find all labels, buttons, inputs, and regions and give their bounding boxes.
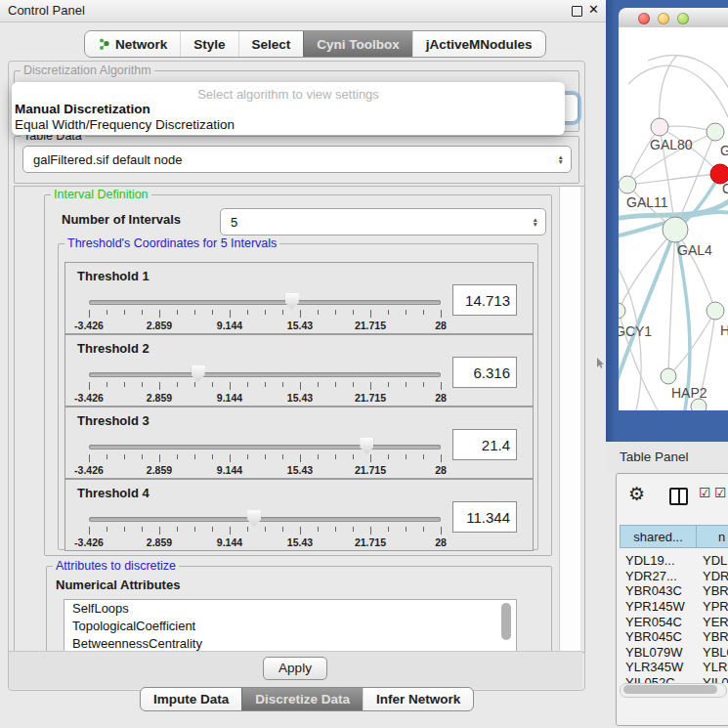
tick-label: 28: [419, 536, 462, 548]
network-node-g[interactable]: [707, 123, 724, 141]
table-row[interactable]: YER054CYER0: [620, 614, 728, 629]
slider-track[interactable]: [89, 300, 441, 305]
minor-tick: [423, 454, 424, 459]
network-node-gal4[interactable]: [663, 217, 688, 242]
minor-tick: [177, 527, 178, 532]
column-header-name[interactable]: n: [696, 525, 728, 548]
network-edge: [627, 127, 660, 185]
tick-label: -3.426: [67, 320, 110, 331]
scrollpane-scrollbar-track[interactable]: [559, 187, 580, 652]
tick-label: 28: [419, 392, 462, 404]
minor-tick: [353, 310, 354, 315]
table-hscrollbar-track[interactable]: [620, 683, 727, 698]
attribute-list-item[interactable]: SelfLoops: [64, 600, 516, 618]
table-row[interactable]: YIL052CYIL0: [620, 675, 728, 683]
threshold-value-field[interactable]: 21.4: [452, 429, 517, 460]
number-of-intervals-value: 5: [221, 215, 533, 230]
close-icon[interactable]: ✕: [588, 2, 599, 17]
minor-tick: [177, 454, 178, 459]
bottom-tab-infer-network[interactable]: Infer Network: [363, 688, 473, 710]
major-tick: [159, 382, 160, 390]
slider-thumb[interactable]: [192, 365, 205, 382]
mouse-cursor: [596, 358, 605, 369]
column-layout-icon[interactable]: [669, 488, 688, 505]
numerical-attributes-list[interactable]: SelfLoopsTopologicalCoefficientBetweenne…: [64, 599, 517, 653]
tick-label: 15.43: [278, 320, 321, 331]
slider-thumb[interactable]: [285, 293, 299, 310]
number-of-intervals-combobox[interactable]: 5 ▲▼: [220, 208, 546, 236]
list-scrollbar-thumb[interactable]: [501, 603, 511, 640]
minor-tick: [335, 310, 336, 315]
network-node-node[interactable]: [691, 399, 707, 410]
tick-label: 21.715: [349, 464, 392, 476]
cell-shared-name: YIL052C: [620, 675, 697, 683]
network-node-h[interactable]: [707, 302, 724, 320]
minimize-traffic-light-icon[interactable]: [658, 13, 669, 24]
tab-jactivemnodules[interactable]: jActiveMNodules: [412, 31, 545, 57]
slider-thumb[interactable]: [247, 510, 261, 527]
table-row[interactable]: YBL079WYBL0: [620, 645, 728, 661]
minor-tick: [107, 454, 107, 459]
table-row[interactable]: YDL19...YDL1: [620, 553, 728, 569]
tab-network[interactable]: Network: [85, 31, 180, 57]
minor-tick: [212, 310, 213, 315]
table-data-group: Table Data galFiltered.sif default node …: [14, 136, 579, 184]
minor-tick: [388, 310, 389, 315]
attribute-list-item[interactable]: TopologicalCoefficient: [64, 618, 516, 635]
tab-cyni-toolbox[interactable]: Cyni Toolbox: [303, 31, 412, 57]
network-node-hap2[interactable]: [661, 368, 676, 384]
table-row[interactable]: YLR345WYLR3: [620, 660, 728, 675]
float-window-icon[interactable]: [572, 6, 582, 17]
checkbox-icon[interactable]: ☑: [699, 485, 711, 500]
minor-tick: [388, 454, 389, 459]
major-tick: [300, 527, 301, 535]
cell-name: YBR0: [697, 629, 728, 644]
minor-tick: [335, 454, 336, 459]
table-panel-title: Table Panel: [620, 450, 689, 464]
network-window-frame: GAL80G.CGAL11GAL4GCY1HHAP2: [606, 0, 728, 442]
tab-style[interactable]: Style: [180, 31, 237, 57]
slider-track[interactable]: [89, 445, 441, 450]
threshold-value-field[interactable]: 14.713: [452, 284, 517, 316]
bottom-tab-impute-data[interactable]: Impute Data: [141, 688, 241, 710]
close-traffic-light-icon[interactable]: [638, 13, 650, 24]
tick-label: 28: [419, 320, 462, 331]
network-node-gal80[interactable]: [651, 118, 668, 136]
cell-shared-name: YBR043C: [620, 583, 697, 598]
threshold-value-field[interactable]: 11.344: [452, 501, 517, 533]
algorithm-option[interactable]: Manual Discretization: [15, 102, 568, 117]
minor-tick: [335, 527, 336, 532]
network-node-label: GCY1: [619, 323, 652, 339]
bottom-tab-discretize-data[interactable]: Discretize Data: [241, 688, 363, 710]
algorithm-option[interactable]: Equal Width/Frequency Discretization: [15, 117, 568, 133]
network-node-gcy1[interactable]: [619, 303, 625, 319]
table-row[interactable]: YBR043CYBR0: [620, 583, 728, 599]
slider-thumb[interactable]: [360, 438, 373, 454]
major-tick: [441, 527, 442, 535]
threshold-value-field[interactable]: 6.316: [452, 357, 517, 388]
apply-button[interactable]: Apply: [263, 657, 327, 680]
major-tick: [230, 454, 231, 462]
network-window-titlebar: [619, 8, 728, 28]
slider-track[interactable]: [89, 372, 441, 377]
network-node-gal11[interactable]: [619, 176, 636, 193]
network-canvas[interactable]: GAL80G.CGAL11GAL4GCY1HHAP2: [619, 27, 728, 410]
major-tick: [159, 527, 160, 535]
table-row[interactable]: YBR045CYBR0: [620, 629, 728, 645]
table-data-combobox[interactable]: galFiltered.sif default node ▲▼: [22, 146, 572, 173]
network-node-label: H: [720, 322, 728, 338]
table-row[interactable]: YPR145WYPR1: [620, 599, 728, 615]
minor-tick: [247, 454, 248, 459]
table-row[interactable]: YDR27...YDR2: [620, 569, 728, 584]
tab-select[interactable]: Select: [238, 31, 304, 57]
minor-tick: [265, 527, 266, 532]
checkbox-icon[interactable]: ☑: [714, 485, 727, 500]
slider-track[interactable]: [89, 517, 441, 522]
minor-tick: [247, 382, 248, 387]
table-hscrollbar-thumb[interactable]: [623, 685, 717, 694]
gear-icon[interactable]: ⚙: [628, 483, 645, 505]
column-header-shared-name[interactable]: shared...: [620, 525, 697, 548]
major-tick: [89, 454, 90, 462]
network-node-label: GAL11: [626, 194, 668, 210]
zoom-traffic-light-icon[interactable]: [677, 13, 689, 24]
